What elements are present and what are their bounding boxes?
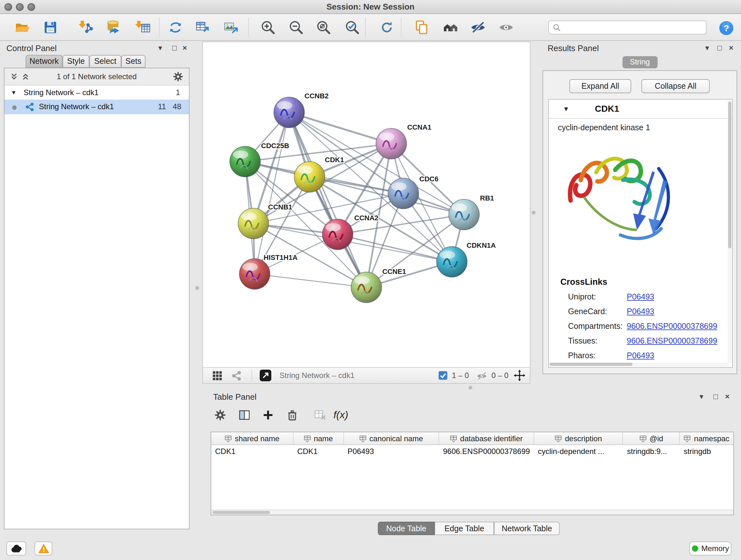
- cell-description: cyclin-dependent ...: [534, 445, 623, 458]
- section-disclosure-icon[interactable]: ▼: [563, 105, 569, 112]
- warnings-button[interactable]: [35, 542, 52, 556]
- cloud-status-button[interactable]: [6, 542, 26, 556]
- network-share-icon[interactable]: [231, 370, 242, 381]
- network-node-CDKN1A[interactable]: CDKN1A: [436, 241, 496, 277]
- tab-network[interactable]: Network: [25, 55, 63, 68]
- protein-card-header[interactable]: ▼ CDK1: [549, 100, 732, 119]
- close-panel-icon[interactable]: ×: [729, 44, 733, 52]
- selected-counts: 1 – 0: [452, 371, 469, 380]
- table-horizontal-scrollbar[interactable]: [211, 509, 733, 515]
- network-view-title: String Network – cdk1: [280, 371, 354, 380]
- crosslink-uniprot-link[interactable]: P06493: [627, 293, 654, 301]
- network-node-CDK1[interactable]: CDK1: [294, 156, 344, 192]
- home-button[interactable]: [442, 18, 460, 37]
- expand-all-button[interactable]: Expand All: [569, 79, 631, 93]
- launch-view-icon[interactable]: [259, 369, 272, 382]
- column-header[interactable]: description: [534, 432, 623, 444]
- column-type-icon: [359, 435, 367, 442]
- crosslink-genecard-link[interactable]: P06493: [627, 307, 654, 316]
- toolbar-separator: [401, 18, 401, 37]
- tab-select[interactable]: Select: [89, 55, 121, 68]
- search-field[interactable]: [548, 20, 706, 35]
- network-node-HIST1H1A[interactable]: HIST1H1A: [239, 253, 297, 289]
- function-builder-button[interactable]: f(x): [333, 408, 348, 423]
- grid-view-icon[interactable]: [212, 370, 223, 381]
- export-table-button[interactable]: [194, 18, 212, 37]
- collection-disclosure-icon[interactable]: ▼: [11, 85, 17, 100]
- network-node-RB1[interactable]: RB1: [449, 194, 494, 230]
- import-network-from-file-button[interactable]: [77, 18, 95, 37]
- splitter-handle[interactable]: [468, 386, 472, 389]
- close-panel-icon[interactable]: ×: [725, 392, 730, 401]
- copy-documents-button[interactable]: [413, 18, 431, 37]
- memory-button[interactable]: Memory: [689, 542, 731, 556]
- vertical-scrollbar[interactable]: [728, 100, 731, 363]
- export-image-button[interactable]: [222, 18, 240, 37]
- horizontal-scrollbar[interactable]: [549, 363, 729, 367]
- results-tab-string[interactable]: String: [622, 56, 658, 68]
- delete-table-button[interactable]: [313, 408, 328, 423]
- float-panel-icon[interactable]: ▾: [158, 44, 162, 52]
- svg-text:CDKN1A: CDKN1A: [467, 241, 496, 249]
- crosslink-pharos-link[interactable]: P06493: [627, 351, 654, 360]
- selected-checkbox-icon[interactable]: [438, 370, 448, 381]
- import-table-from-file-button[interactable]: [134, 18, 152, 37]
- tab-edge-table[interactable]: Edge Table: [434, 522, 494, 535]
- table-settings-button[interactable]: [212, 408, 228, 423]
- create-column-button[interactable]: [260, 408, 276, 423]
- table-row[interactable]: CDK1 CDK1 P06493 9606.ENSP00000378699 cy…: [211, 445, 733, 458]
- maximize-panel-icon[interactable]: □: [714, 392, 718, 401]
- collapse-all-button[interactable]: Collapse All: [642, 79, 710, 93]
- show-columns-button[interactable]: [237, 408, 252, 423]
- column-header[interactable]: namespac: [680, 432, 733, 444]
- column-header[interactable]: shared name: [211, 432, 293, 444]
- splitter-handle[interactable]: [195, 286, 199, 290]
- protein-structure-image: [559, 139, 684, 254]
- tab-style[interactable]: Style: [63, 55, 89, 68]
- search-input[interactable]: [563, 23, 706, 32]
- zoom-out-button[interactable]: [287, 18, 305, 37]
- network-canvas[interactable]: CCNB2CCNA1CDC25BCDK1CDC6RB1CCNB1CCNA2CDK…: [203, 42, 530, 367]
- zoom-selected-button[interactable]: [343, 18, 361, 37]
- show-hidden-button[interactable]: [497, 18, 515, 37]
- tab-sets[interactable]: Sets: [121, 55, 145, 68]
- network-collection-row[interactable]: ▼ String Network – cdk1 1: [4, 85, 189, 100]
- float-panel-icon[interactable]: ▾: [699, 392, 703, 401]
- column-header[interactable]: name: [293, 432, 344, 444]
- gear-icon[interactable]: [172, 71, 184, 82]
- crosslink-tissues-link[interactable]: 9606.ENSP00000378699: [627, 336, 718, 346]
- tab-node-table[interactable]: Node Table: [378, 522, 434, 535]
- save-session-button[interactable]: [42, 18, 59, 37]
- close-panel-icon[interactable]: ×: [183, 44, 187, 52]
- svg-text:CCNA2: CCNA2: [354, 214, 379, 222]
- column-header[interactable]: canonical name: [344, 432, 439, 444]
- float-panel-icon[interactable]: ▾: [705, 44, 709, 52]
- network-arrows-button[interactable]: [166, 18, 185, 37]
- results-panel-header: Results Panel ▾ □ ×: [542, 42, 737, 54]
- refresh-view-button[interactable]: [378, 18, 396, 37]
- birdseye-crosshair-icon[interactable]: [513, 369, 526, 382]
- column-header[interactable]: database identifier: [439, 432, 534, 444]
- zoom-fit-button[interactable]: [315, 18, 333, 37]
- database-icon: [105, 19, 122, 36]
- toolbar-separator: [159, 18, 159, 37]
- blue-arrows-icon: [167, 19, 184, 36]
- delete-column-button[interactable]: [285, 408, 300, 423]
- hidden-eye-icon[interactable]: [476, 370, 488, 382]
- network-node-CCNA1[interactable]: CCNA1: [376, 123, 431, 159]
- zoom-in-button[interactable]: [259, 18, 277, 37]
- import-network-from-database-button[interactable]: [105, 18, 123, 37]
- open-session-button[interactable]: [13, 18, 31, 37]
- network-node-CDC25B[interactable]: CDC25B: [230, 142, 289, 177]
- splitter-handle[interactable]: [532, 211, 536, 214]
- crosslink-compartments-link[interactable]: 9606.ENSP00000378699: [627, 322, 718, 331]
- column-header[interactable]: @id: [623, 432, 680, 444]
- help-button[interactable]: ?: [718, 19, 735, 37]
- hide-selection-button[interactable]: [469, 18, 487, 37]
- toolbar-separator: [365, 18, 366, 37]
- network-row[interactable]: String Network – cdk1 11 48: [4, 100, 189, 114]
- maximize-panel-icon[interactable]: □: [172, 44, 177, 52]
- maximize-panel-icon[interactable]: □: [718, 44, 722, 52]
- tab-network-table[interactable]: Network Table: [494, 522, 560, 535]
- control-panel-title: Control Panel: [6, 44, 57, 53]
